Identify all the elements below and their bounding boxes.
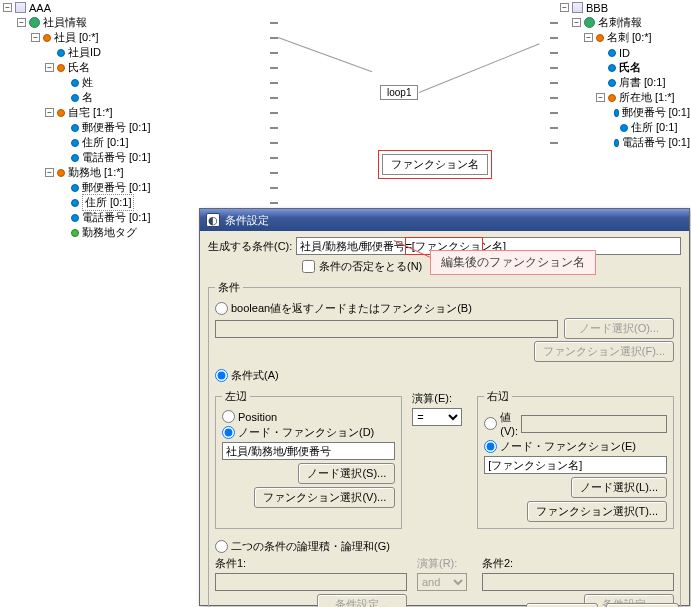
- node-select-s-button[interactable]: ノード選択(S)...: [298, 463, 395, 484]
- cancel-button[interactable]: キャンセル: [606, 603, 679, 607]
- leaf-icon: [608, 64, 616, 72]
- tree-label: 姓: [82, 75, 93, 90]
- leaf-icon: [71, 214, 79, 222]
- nodefunc-right-radio[interactable]: [484, 440, 497, 453]
- mapping-ticks-left: [270, 0, 278, 240]
- operator-select[interactable]: =: [412, 408, 462, 426]
- dialog-title: 条件設定: [225, 213, 269, 228]
- negate-label: 条件の否定をとる(N): [319, 259, 422, 274]
- tree-label: BBB: [586, 2, 608, 14]
- tree-label: 勤務地 [1:*]: [68, 165, 124, 180]
- leaf-icon: [71, 139, 79, 147]
- toggle-icon[interactable]: −: [596, 93, 605, 102]
- node-icon: [608, 94, 616, 102]
- map-line: [278, 37, 372, 72]
- condition-legend: 条件: [215, 280, 243, 295]
- leaf-icon: [71, 184, 79, 192]
- leaf-icon: [620, 124, 628, 132]
- tree-label: 電話番号 [0:1]: [82, 210, 150, 225]
- negate-checkbox[interactable]: [302, 260, 315, 273]
- toggle-icon[interactable]: −: [31, 33, 40, 42]
- bool-label: boolean値を返すノードまたはファンクション(B): [231, 301, 472, 316]
- tree-label: 名刺情報: [598, 15, 642, 30]
- bool-input: [215, 320, 558, 338]
- op-label: 演算(E):: [412, 391, 467, 406]
- expr-label: 条件式(A): [231, 368, 279, 383]
- right-legend: 右辺: [484, 389, 512, 404]
- loop-box[interactable]: loop1: [380, 85, 418, 100]
- ok-button[interactable]: OK: [526, 603, 598, 607]
- tree-label: 氏名: [619, 60, 641, 75]
- annotation-box: 編集後のファンクション名: [430, 250, 596, 275]
- tree-label: 肩書 [0:1]: [619, 75, 665, 90]
- position-radio[interactable]: [222, 410, 235, 423]
- op2-label: 演算(R):: [417, 556, 472, 571]
- right-tree: −BBB −名刺情報 −名刺 [0:*] ID 氏名 肩書 [0:1] −所在地…: [560, 0, 690, 150]
- tree-label: 氏名: [68, 60, 90, 75]
- right-value-input[interactable]: [ファンクション名]: [484, 456, 667, 474]
- op2-select: and: [417, 573, 467, 591]
- tree-label: 社員情報: [43, 15, 87, 30]
- leaf-icon: [71, 154, 79, 162]
- tree-label: 電話番号 [0:1]: [82, 150, 150, 165]
- cond1-set-button: 条件設定...: [317, 594, 407, 607]
- node-select-button: ノード選択(O)...: [564, 318, 674, 339]
- tree-label: 住所 [0:1]: [82, 135, 128, 150]
- logic-radio[interactable]: [215, 540, 228, 553]
- cond2-input: [482, 573, 674, 591]
- left-legend: 左辺: [222, 389, 250, 404]
- doc-icon: [15, 2, 26, 13]
- toggle-icon[interactable]: −: [45, 108, 54, 117]
- tree-label: 名刺 [0:*]: [607, 30, 652, 45]
- function-highlight: ファンクション名: [378, 150, 492, 179]
- bool-radio[interactable]: [215, 302, 228, 315]
- operator-group: 演算(E): =: [412, 385, 467, 533]
- nodefunc-left-radio[interactable]: [222, 426, 235, 439]
- toggle-icon[interactable]: −: [560, 3, 569, 12]
- node-icon: [43, 34, 51, 42]
- toggle-icon[interactable]: −: [572, 18, 581, 27]
- map-line: [419, 43, 540, 93]
- leaf-icon: [57, 49, 65, 57]
- cond1-label: 条件1:: [215, 556, 407, 571]
- condition-group: 条件 boolean値を返すノードまたはファンクション(B) ノード選択(O).…: [208, 280, 681, 607]
- left-operand-group: 左辺 Position ノード・ファンクション(D) 社員/勤務地/郵便番号 ノ…: [215, 389, 402, 529]
- leaf-icon: [608, 49, 616, 57]
- mapping-ticks-right: [550, 0, 558, 150]
- value-input: [521, 415, 667, 433]
- toggle-icon[interactable]: −: [17, 18, 26, 27]
- toggle-icon[interactable]: −: [45, 168, 54, 177]
- toggle-icon[interactable]: −: [3, 3, 12, 12]
- toggle-icon[interactable]: −: [45, 63, 54, 72]
- left-value-input[interactable]: 社員/勤務地/郵便番号: [222, 442, 395, 460]
- tree-label: 所在地 [1:*]: [619, 90, 675, 105]
- leaf-icon: [71, 199, 79, 207]
- attr-icon: [71, 229, 79, 237]
- func-select-t-button[interactable]: ファンクション選択(T)...: [527, 501, 667, 522]
- function-box[interactable]: ファンクション名: [382, 154, 488, 175]
- gen-cond-label: 生成する条件(C):: [208, 239, 292, 254]
- func-select-v-button[interactable]: ファンクション選択(V)...: [254, 487, 395, 508]
- node-icon: [57, 169, 65, 177]
- tree-label: AAA: [29, 2, 51, 14]
- node-icon: [57, 109, 65, 117]
- value-radio[interactable]: [484, 417, 497, 430]
- tree-label-selected[interactable]: 住所 [0:1]: [82, 194, 134, 211]
- tree-label: 電話番号 [0:1]: [622, 135, 690, 150]
- value-label: 値(V):: [500, 410, 518, 437]
- position-label: Position: [238, 411, 277, 423]
- dialog-titlebar[interactable]: ◐ 条件設定: [200, 209, 689, 231]
- leaf-icon: [614, 139, 619, 147]
- expr-radio[interactable]: [215, 369, 228, 382]
- node-select-l-button[interactable]: ノード選択(L)...: [571, 477, 667, 498]
- leaf-icon: [614, 109, 619, 117]
- tree-label: 名: [82, 90, 93, 105]
- right-operand-group: 右辺 値(V): ノード・ファンクション(E) [ファンクション名] ノード選択…: [477, 389, 674, 529]
- tree-label: 社員ID: [68, 45, 101, 60]
- leaf-icon: [71, 79, 79, 87]
- tree-label: 勤務地タグ: [82, 225, 137, 240]
- tree-label: 郵便番号 [0:1]: [82, 120, 150, 135]
- tree-label: 郵便番号 [0:1]: [622, 105, 690, 120]
- node-icon: [57, 64, 65, 72]
- toggle-icon[interactable]: −: [584, 33, 593, 42]
